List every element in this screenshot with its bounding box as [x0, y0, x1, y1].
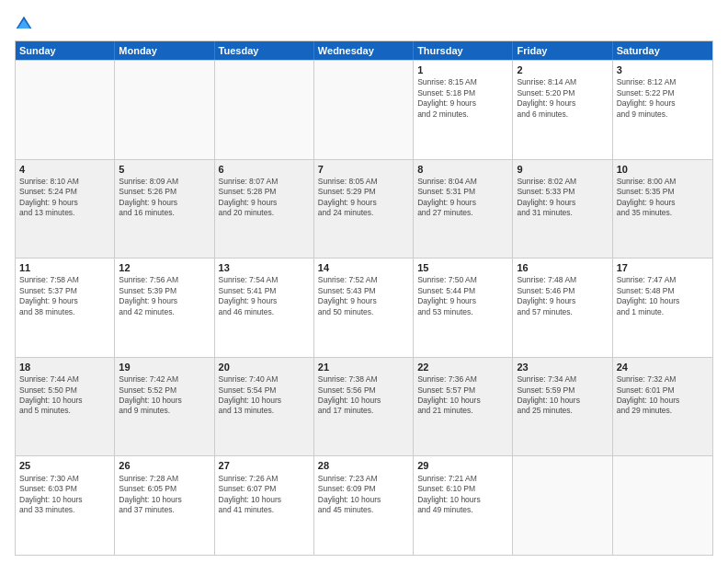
cell-info: Sunrise: 8:15 AMSunset: 5:18 PMDaylight:… [417, 77, 508, 120]
day-number: 3 [617, 63, 709, 76]
day-number: 16 [517, 261, 608, 274]
cell-info: Sunrise: 7:21 AMSunset: 6:10 PMDaylight:… [417, 474, 508, 516]
calendar-cell-2-5: 16Sunrise: 7:48 AMSunset: 5:46 PMDayligh… [513, 259, 612, 357]
day-number: 12 [119, 261, 210, 274]
cell-info: Sunrise: 8:02 AMSunset: 5:33 PMDaylight:… [517, 177, 608, 219]
calendar-cell-3-0: 18Sunrise: 7:44 AMSunset: 5:50 PMDayligh… [16, 358, 115, 456]
logo [15, 15, 35, 33]
day-number: 29 [417, 459, 508, 472]
calendar-cell-0-4: 1Sunrise: 8:15 AMSunset: 5:18 PMDaylight… [414, 61, 513, 159]
cell-info: Sunrise: 8:12 AMSunset: 5:22 PMDaylight:… [617, 77, 709, 120]
cell-info: Sunrise: 7:42 AMSunset: 5:52 PMDaylight:… [119, 374, 210, 417]
cell-info: Sunrise: 8:00 AMSunset: 5:35 PMDaylight:… [617, 177, 709, 219]
cell-info: Sunrise: 7:34 AMSunset: 5:59 PMDaylight:… [517, 374, 608, 417]
calendar-cell-3-2: 20Sunrise: 7:40 AMSunset: 5:54 PMDayligh… [215, 358, 314, 456]
calendar: SundayMondayTuesdayWednesdayThursdayFrid… [15, 40, 713, 556]
cell-info: Sunrise: 7:26 AMSunset: 6:07 PMDaylight:… [219, 474, 310, 516]
calendar-cell-0-0 [16, 61, 115, 159]
calendar-row-1: 4Sunrise: 8:10 AMSunset: 5:24 PMDaylight… [16, 159, 712, 259]
calendar-body: 1Sunrise: 8:15 AMSunset: 5:18 PMDaylight… [16, 60, 712, 555]
cell-info: Sunrise: 7:32 AMSunset: 6:01 PMDaylight:… [617, 374, 709, 417]
cell-info: Sunrise: 7:40 AMSunset: 5:54 PMDaylight:… [219, 374, 310, 417]
day-number: 8 [417, 163, 508, 176]
day-number: 15 [417, 261, 508, 274]
logo-icon [15, 15, 33, 33]
weekday-header-sunday: Sunday [16, 41, 115, 60]
cell-info: Sunrise: 7:48 AMSunset: 5:46 PMDaylight:… [517, 275, 608, 317]
cell-info: Sunrise: 7:36 AMSunset: 5:57 PMDaylight:… [417, 374, 508, 417]
calendar-cell-4-0: 25Sunrise: 7:30 AMSunset: 6:03 PMDayligh… [16, 456, 115, 555]
cell-info: Sunrise: 8:10 AMSunset: 5:24 PMDaylight:… [19, 177, 110, 219]
calendar-cell-0-3 [314, 61, 414, 159]
calendar-cell-4-6 [613, 456, 712, 555]
calendar-cell-2-6: 17Sunrise: 7:47 AMSunset: 5:48 PMDayligh… [613, 259, 712, 357]
day-number: 27 [219, 459, 310, 472]
cell-info: Sunrise: 7:54 AMSunset: 5:41 PMDaylight:… [219, 275, 310, 317]
cell-info: Sunrise: 7:38 AMSunset: 5:56 PMDaylight:… [318, 374, 409, 417]
cell-info: Sunrise: 8:05 AMSunset: 5:29 PMDaylight:… [318, 177, 409, 219]
day-number: 13 [219, 261, 310, 274]
calendar-cell-4-5 [513, 456, 612, 555]
cell-info: Sunrise: 7:58 AMSunset: 5:37 PMDaylight:… [19, 275, 110, 317]
calendar-cell-1-3: 7Sunrise: 8:05 AMSunset: 5:29 PMDaylight… [314, 160, 414, 259]
day-number: 24 [617, 361, 709, 373]
day-number: 4 [19, 163, 110, 176]
calendar-cell-1-1: 5Sunrise: 8:09 AMSunset: 5:26 PMDaylight… [115, 160, 214, 259]
calendar-cell-1-0: 4Sunrise: 8:10 AMSunset: 5:24 PMDaylight… [16, 160, 115, 259]
weekday-header-monday: Monday [115, 41, 214, 60]
day-number: 21 [318, 361, 409, 373]
calendar-cell-2-4: 15Sunrise: 7:50 AMSunset: 5:44 PMDayligh… [414, 259, 513, 357]
day-number: 11 [19, 261, 110, 274]
calendar-row-4: 25Sunrise: 7:30 AMSunset: 6:03 PMDayligh… [16, 455, 712, 555]
cell-info: Sunrise: 7:44 AMSunset: 5:50 PMDaylight:… [19, 374, 110, 417]
calendar-cell-1-4: 8Sunrise: 8:04 AMSunset: 5:31 PMDaylight… [414, 160, 513, 259]
calendar-cell-1-5: 9Sunrise: 8:02 AMSunset: 5:33 PMDaylight… [513, 160, 612, 259]
calendar-cell-1-6: 10Sunrise: 8:00 AMSunset: 5:35 PMDayligh… [613, 160, 712, 259]
weekday-header-wednesday: Wednesday [314, 41, 414, 60]
weekday-header-saturday: Saturday [613, 41, 712, 60]
day-number: 14 [318, 261, 409, 274]
calendar-cell-3-4: 22Sunrise: 7:36 AMSunset: 5:57 PMDayligh… [414, 358, 513, 456]
calendar-cell-0-6: 3Sunrise: 8:12 AMSunset: 5:22 PMDaylight… [613, 61, 712, 159]
day-number: 20 [219, 361, 310, 373]
cell-info: Sunrise: 7:30 AMSunset: 6:03 PMDaylight:… [19, 474, 110, 516]
page: SundayMondayTuesdayWednesdayThursdayFrid… [0, 0, 728, 563]
calendar-cell-0-1 [115, 61, 214, 159]
calendar-cell-1-2: 6Sunrise: 8:07 AMSunset: 5:28 PMDaylight… [215, 160, 314, 259]
calendar-cell-0-5: 2Sunrise: 8:14 AMSunset: 5:20 PMDaylight… [513, 61, 612, 159]
day-number: 6 [219, 163, 310, 176]
calendar-row-3: 18Sunrise: 7:44 AMSunset: 5:50 PMDayligh… [16, 357, 712, 456]
calendar-cell-4-3: 28Sunrise: 7:23 AMSunset: 6:09 PMDayligh… [314, 456, 414, 555]
day-number: 26 [119, 459, 210, 472]
day-number: 23 [517, 361, 608, 373]
calendar-cell-4-1: 26Sunrise: 7:28 AMSunset: 6:05 PMDayligh… [115, 456, 214, 555]
cell-info: Sunrise: 7:52 AMSunset: 5:43 PMDaylight:… [318, 275, 409, 317]
calendar-row-2: 11Sunrise: 7:58 AMSunset: 5:37 PMDayligh… [16, 258, 712, 357]
day-number: 22 [417, 361, 508, 373]
calendar-cell-3-1: 19Sunrise: 7:42 AMSunset: 5:52 PMDayligh… [115, 358, 214, 456]
calendar-cell-2-1: 12Sunrise: 7:56 AMSunset: 5:39 PMDayligh… [115, 259, 214, 357]
day-number: 17 [617, 261, 709, 274]
cell-info: Sunrise: 7:56 AMSunset: 5:39 PMDaylight:… [119, 275, 210, 317]
calendar-cell-4-4: 29Sunrise: 7:21 AMSunset: 6:10 PMDayligh… [414, 456, 513, 555]
day-number: 1 [417, 63, 508, 76]
day-number: 18 [19, 361, 110, 373]
day-number: 10 [617, 163, 709, 176]
day-number: 19 [119, 361, 210, 373]
day-number: 25 [19, 459, 110, 472]
weekday-header-tuesday: Tuesday [215, 41, 314, 60]
day-number: 5 [119, 163, 210, 176]
cell-info: Sunrise: 7:28 AMSunset: 6:05 PMDaylight:… [119, 474, 210, 516]
calendar-row-0: 1Sunrise: 8:15 AMSunset: 5:18 PMDaylight… [16, 60, 712, 159]
calendar-cell-3-3: 21Sunrise: 7:38 AMSunset: 5:56 PMDayligh… [314, 358, 414, 456]
calendar-cell-2-3: 14Sunrise: 7:52 AMSunset: 5:43 PMDayligh… [314, 259, 414, 357]
calendar-cell-3-5: 23Sunrise: 7:34 AMSunset: 5:59 PMDayligh… [513, 358, 612, 456]
calendar-cell-0-2 [215, 61, 314, 159]
cell-info: Sunrise: 7:50 AMSunset: 5:44 PMDaylight:… [417, 275, 508, 317]
cell-info: Sunrise: 8:04 AMSunset: 5:31 PMDaylight:… [417, 177, 508, 219]
weekday-header-friday: Friday [513, 41, 612, 60]
header [15, 11, 713, 33]
calendar-cell-2-2: 13Sunrise: 7:54 AMSunset: 5:41 PMDayligh… [215, 259, 314, 357]
cell-info: Sunrise: 8:14 AMSunset: 5:20 PMDaylight:… [517, 77, 608, 120]
cell-info: Sunrise: 8:09 AMSunset: 5:26 PMDaylight:… [119, 177, 210, 219]
